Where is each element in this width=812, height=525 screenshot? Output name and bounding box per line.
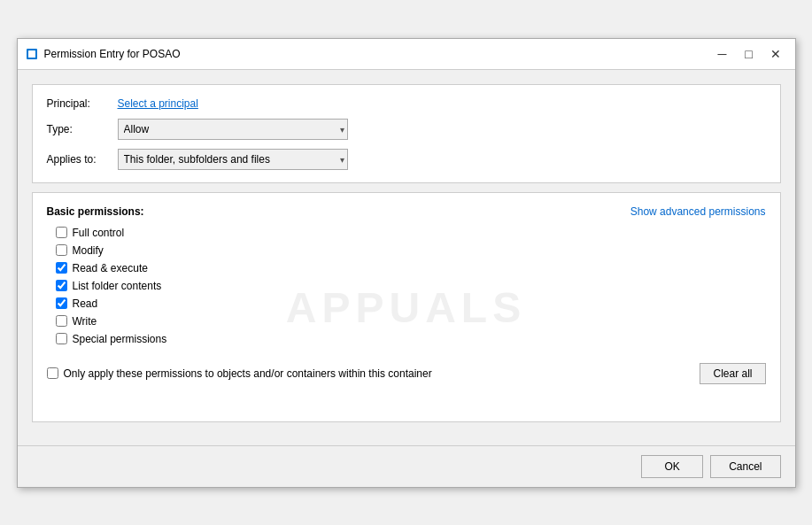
ok-button[interactable]: OK	[641, 455, 703, 478]
write-label[interactable]: Write	[73, 315, 97, 328]
svg-rect-1	[28, 50, 35, 58]
permission-full-control: Full control	[56, 227, 766, 239]
applies-to-select-wrapper: This folder, subfolders and files This f…	[118, 149, 348, 170]
special-permissions-checkbox[interactable]	[56, 333, 67, 344]
main-content: Principal: Select a principal Type: Allo…	[18, 70, 795, 445]
applies-to-row: Applies to: This folder, subfolders and …	[47, 149, 766, 170]
permission-read: Read	[56, 297, 766, 310]
bottom-row: Only apply these permissions to objects …	[47, 363, 766, 384]
close-button[interactable]: ✕	[763, 44, 788, 64]
full-control-label[interactable]: Full control	[73, 227, 125, 239]
only-apply-row: Only apply these permissions to objects …	[47, 367, 700, 380]
window-icon	[25, 47, 39, 61]
permission-list-folder: List folder contents	[56, 280, 766, 292]
only-apply-checkbox[interactable]	[47, 367, 58, 379]
read-checkbox[interactable]	[56, 297, 67, 309]
permission-entry-window: Permission Entry for POSAO ─ □ ✕ Princip…	[17, 38, 796, 488]
applies-to-select[interactable]: This folder, subfolders and files This f…	[118, 149, 348, 170]
read-execute-checkbox[interactable]	[56, 262, 67, 274]
clear-all-button[interactable]: Clear all	[700, 363, 765, 384]
read-label[interactable]: Read	[73, 297, 98, 310]
permission-read-execute: Read & execute	[56, 262, 766, 274]
top-section: Principal: Select a principal Type: Allo…	[32, 84, 781, 183]
modify-checkbox[interactable]	[56, 244, 67, 256]
list-folder-checkbox[interactable]	[56, 280, 67, 291]
permission-write: Write	[56, 315, 766, 328]
cancel-button[interactable]: Cancel	[710, 455, 780, 478]
select-principal-link[interactable]: Select a principal	[118, 97, 198, 110]
permission-special: Special permissions	[56, 333, 766, 345]
only-apply-label[interactable]: Only apply these permissions to objects …	[64, 367, 432, 380]
permissions-header: Basic permissions: Show advanced permiss…	[47, 205, 766, 218]
special-permissions-label[interactable]: Special permissions	[73, 333, 167, 345]
list-folder-label[interactable]: List folder contents	[73, 280, 162, 292]
type-row: Type: Allow Deny ▾	[47, 119, 766, 140]
title-bar: Permission Entry for POSAO ─ □ ✕	[18, 39, 795, 70]
maximize-button[interactable]: □	[737, 44, 762, 64]
permission-modify: Modify	[56, 244, 766, 257]
full-control-checkbox[interactable]	[56, 227, 67, 238]
read-execute-label[interactable]: Read & execute	[73, 262, 148, 274]
modify-label[interactable]: Modify	[73, 244, 104, 257]
type-select-wrapper: Allow Deny ▾	[118, 119, 348, 140]
minimize-button[interactable]: ─	[710, 44, 735, 64]
footer: OK Cancel	[18, 445, 795, 487]
principal-label: Principal:	[47, 97, 118, 110]
principal-row: Principal: Select a principal	[47, 97, 766, 110]
type-label: Type:	[47, 123, 118, 135]
show-advanced-link[interactable]: Show advanced permissions	[630, 205, 766, 218]
write-checkbox[interactable]	[56, 315, 67, 327]
window-controls: ─ □ ✕	[710, 44, 788, 64]
permissions-title: Basic permissions:	[47, 205, 144, 218]
applies-to-label: Applies to:	[47, 153, 118, 166]
type-select[interactable]: Allow Deny	[118, 119, 348, 140]
window-title: Permission Entry for POSAO	[44, 48, 710, 60]
permissions-section: Basic permissions: Show advanced permiss…	[32, 192, 781, 422]
